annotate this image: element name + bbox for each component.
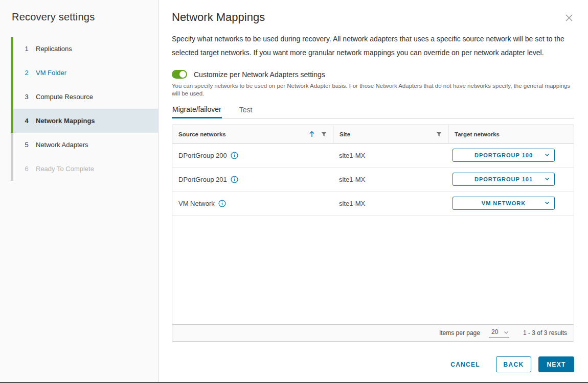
step-network-adapters[interactable]: 5 Network Adapters xyxy=(11,133,158,157)
site-cell: site1-MX xyxy=(333,152,448,159)
target-network-dropdown[interactable]: DPORTGROUP 100 xyxy=(453,149,555,162)
step-replications[interactable]: 1 Replications xyxy=(11,37,158,61)
tab-test[interactable]: Test xyxy=(239,103,253,118)
column-source-networks: Source networks xyxy=(172,125,333,143)
page-title: Network Mappings xyxy=(172,11,265,24)
table-footer: Items per page 20 1 - 3 of 3 results xyxy=(172,324,574,341)
filter-icon[interactable] xyxy=(321,132,327,137)
panel-header: Network Mappings xyxy=(172,0,574,24)
results-count: 1 - 3 of 3 results xyxy=(523,329,567,337)
target-network-value: DPORTGROUP 100 xyxy=(474,152,533,158)
step-label: Compute Resource xyxy=(36,93,93,101)
column-site: Site xyxy=(333,125,448,143)
network-mappings-table: Source networks Site xyxy=(172,125,574,342)
chevron-down-icon xyxy=(545,201,550,205)
table-row: DPortGroup 201 site1-MX DPORTGROUP 101 xyxy=(172,167,574,192)
toggle-knob xyxy=(179,71,186,78)
cancel-button[interactable]: CANCEL xyxy=(446,358,484,371)
target-network-value: VM NETWORK xyxy=(482,200,526,206)
target-network-cell: VM NETWORK xyxy=(448,197,574,210)
info-icon[interactable] xyxy=(231,176,238,183)
chevron-down-icon xyxy=(504,331,509,334)
mapping-tabs: Migrate/failover Test xyxy=(172,103,574,118)
table-row: VM Network site1-MX VM NETWORK xyxy=(172,192,574,216)
tab-migrate-failover[interactable]: Migrate/failover xyxy=(172,103,222,118)
site-cell: site1-MX xyxy=(333,176,448,183)
step-label: Network Adapters xyxy=(36,141,88,149)
table-row: DPortGroup 200 site1-MX DPORTGROUP 100 xyxy=(172,143,574,167)
step-number: 4 xyxy=(24,117,29,125)
step-label: Ready To Complete xyxy=(36,165,94,173)
step-number: 6 xyxy=(24,165,29,173)
sort-ascending-icon[interactable] xyxy=(309,131,315,137)
target-network-cell: DPORTGROUP 100 xyxy=(448,149,574,162)
column-label: Site xyxy=(340,131,350,137)
source-network-name: DPortGroup 201 xyxy=(178,176,227,183)
info-icon[interactable] xyxy=(231,152,238,159)
panel-description: Specify what networks to be used during … xyxy=(172,32,574,60)
step-number: 1 xyxy=(24,45,29,53)
source-network-cell: DPortGroup 201 xyxy=(172,176,333,183)
toggle-label: Customize per Network Adapters settings xyxy=(194,70,325,79)
step-number: 3 xyxy=(24,93,29,101)
table-empty-space xyxy=(172,216,574,324)
step-label: Network Mappings xyxy=(36,117,95,125)
items-per-page-label: Items per page xyxy=(439,329,480,337)
table-body: DPortGroup 200 site1-MX DPORTGROUP 100 xyxy=(172,143,574,324)
customize-adapters-toggle[interactable] xyxy=(172,70,187,79)
network-mappings-panel: Network Mappings Specify what networks t… xyxy=(159,0,588,383)
source-network-cell: DPortGroup 200 xyxy=(172,152,333,159)
back-button[interactable]: BACK xyxy=(496,356,531,372)
target-network-cell: DPORTGROUP 101 xyxy=(448,173,574,186)
step-label: Replications xyxy=(36,45,72,53)
table-header: Source networks Site xyxy=(172,125,574,143)
column-target-networks: Target networks xyxy=(448,125,574,143)
source-network-name: VM Network xyxy=(178,200,215,207)
column-label: Source networks xyxy=(178,131,226,137)
step-number: 5 xyxy=(24,141,29,149)
source-network-cell: VM Network xyxy=(172,200,333,207)
wizard-actions: CANCEL BACK NEXT xyxy=(172,356,574,372)
close-icon xyxy=(565,14,573,22)
toggle-row: Customize per Network Adapters settings xyxy=(172,70,574,79)
source-network-name: DPortGroup 200 xyxy=(178,152,227,159)
items-per-page-select[interactable]: 20 xyxy=(489,328,509,338)
close-button[interactable] xyxy=(564,13,574,23)
info-icon[interactable] xyxy=(218,200,226,207)
step-number: 2 xyxy=(24,69,29,77)
chevron-down-icon xyxy=(545,177,550,181)
toggle-helper-text: You can specify networks to be used on p… xyxy=(172,82,574,98)
target-network-dropdown[interactable]: VM NETWORK xyxy=(453,197,555,210)
wizard-sidebar: Recovery settings 1 Replications 2 VM Fo… xyxy=(0,0,159,383)
wizard-steps: 1 Replications 2 VM Folder 3 Compute Res… xyxy=(11,37,158,181)
filter-icon[interactable] xyxy=(436,132,442,137)
site-cell: site1-MX xyxy=(333,200,448,207)
target-network-value: DPORTGROUP 101 xyxy=(474,176,533,182)
wizard-title: Recovery settings xyxy=(12,11,158,23)
step-compute-resource[interactable]: 3 Compute Resource xyxy=(11,85,158,109)
step-label: VM Folder xyxy=(36,69,66,77)
step-ready-to-complete: 6 Ready To Complete xyxy=(11,157,158,181)
chevron-down-icon xyxy=(545,153,550,157)
items-per-page-value: 20 xyxy=(491,328,498,336)
next-button[interactable]: NEXT xyxy=(538,356,574,372)
step-network-mappings[interactable]: 4 Network Mappings xyxy=(11,109,158,133)
target-network-dropdown[interactable]: DPORTGROUP 101 xyxy=(453,173,555,186)
step-vm-folder[interactable]: 2 VM Folder xyxy=(11,61,158,85)
column-label: Target networks xyxy=(455,131,500,137)
